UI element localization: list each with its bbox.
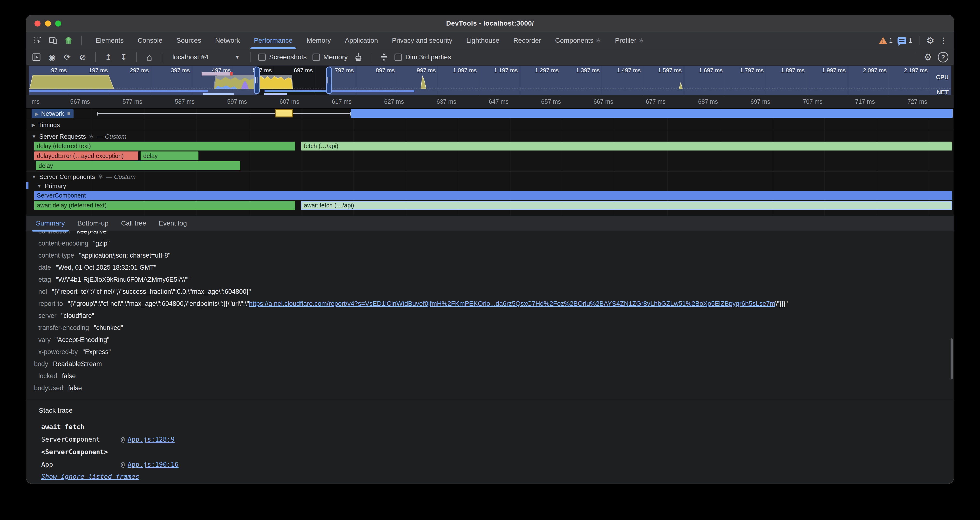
network-request-whisker[interactable] xyxy=(97,113,351,114)
close-button[interactable] xyxy=(35,21,40,27)
flamechart-tracks[interactable]: ▶ Network ▶ Timings ▼ Server Requests ⚛ … xyxy=(26,108,954,216)
network-request-bar[interactable] xyxy=(351,109,953,118)
response-properties: connection"keep-alive"content-encoding"g… xyxy=(26,231,954,394)
flame-row: await delay (deferred text)await fetch (… xyxy=(26,201,954,210)
timings-track[interactable]: ▶ Timings xyxy=(26,119,954,130)
event-bar-green[interactable]: await delay (deferred text) xyxy=(34,201,295,210)
event-bar-greenlight[interactable]: fetch (…/api) xyxy=(301,142,952,151)
property-row: connection"keep-alive" xyxy=(26,231,954,237)
resize-handle[interactable] xyxy=(67,112,70,115)
event-bar-green[interactable]: delay xyxy=(36,161,240,170)
event-bar-red[interactable]: delayedError (…ayed exception) xyxy=(34,151,138,161)
report-to-link[interactable]: https://a.nel.cloudflare.com/report/v4?s… xyxy=(249,300,775,307)
timeline-overview[interactable]: 97 ms197 ms297 ms397 ms497 ms597 ms697 m… xyxy=(29,65,951,95)
tab-application[interactable]: Application xyxy=(338,32,385,49)
property-key: nel xyxy=(38,286,47,297)
primary-subtrack-header[interactable]: ▼ Primary xyxy=(26,182,954,190)
tab-label: Performance xyxy=(254,37,293,45)
event-bar-green[interactable]: delay (deferred text) xyxy=(34,142,295,151)
tab-label: Profiler xyxy=(615,37,636,45)
tab-components[interactable]: Components⚛ xyxy=(548,32,608,49)
network-track-label[interactable]: ▶ Network xyxy=(32,109,73,118)
issues-badge[interactable]: 1 xyxy=(897,37,912,45)
timeline-ruler[interactable]: ms 567 ms577 ms587 ms597 ms607 ms617 ms6… xyxy=(26,95,954,108)
frame-source-link[interactable]: App.js:128:9 xyxy=(127,433,175,446)
property-key: connection xyxy=(38,231,70,237)
property-value: false xyxy=(68,382,82,394)
tab-label: Privacy and security xyxy=(392,37,452,45)
load-profile-icon[interactable]: ↥ xyxy=(103,52,113,62)
tab-sources[interactable]: Sources xyxy=(169,32,208,49)
details-tab-event-log[interactable]: Event log xyxy=(153,216,193,231)
property-row: server"cloudflare" xyxy=(26,310,954,322)
screenshots-checkbox[interactable]: Screenshots xyxy=(258,53,307,61)
clear-icon[interactable]: ⊘ xyxy=(78,52,88,62)
show-ignore-listed-frames-link[interactable]: Show ignore-listed frames xyxy=(41,473,139,480)
tab-elements[interactable]: Elements xyxy=(89,32,131,49)
event-bar-blue[interactable]: ServerComponent xyxy=(34,191,952,200)
scrollbar-thumb[interactable] xyxy=(951,339,953,379)
tab-lighthouse[interactable]: Lighthouse xyxy=(460,32,506,49)
property-value: "cloudflare" xyxy=(61,310,94,322)
property-value: "Accept-Encoding" xyxy=(56,334,109,346)
save-profile-icon[interactable]: ↧ xyxy=(119,52,129,62)
event-bar-sel[interactable]: await fetch (…/api) xyxy=(301,201,952,210)
minimize-button[interactable] xyxy=(45,21,51,27)
gem-extension-icon[interactable] xyxy=(64,36,73,45)
tab-recorder[interactable]: Recorder xyxy=(506,32,548,49)
help-icon[interactable]: ? xyxy=(938,52,948,62)
toggle-sidebar-icon[interactable] xyxy=(32,52,41,62)
tab-label: Application xyxy=(345,37,378,45)
network-track[interactable]: ▶ Network xyxy=(26,109,954,119)
settings-gear-icon[interactable]: ⚙ xyxy=(926,36,934,45)
selection-handle-left[interactable] xyxy=(254,67,260,94)
warning-badge[interactable]: ! 1 xyxy=(879,37,893,45)
device-toolbar-icon[interactable] xyxy=(48,36,57,45)
summary-pane: connection"keep-alive"content-encoding"g… xyxy=(26,231,954,484)
server-components-header[interactable]: ▼ Server Components ⚛ — Custom xyxy=(26,172,954,181)
flame-row: delay (deferred text)fetch (…/api) xyxy=(26,142,954,151)
tab-console[interactable]: Console xyxy=(131,32,170,49)
collapse-arrow-icon: ▼ xyxy=(37,183,42,189)
server-requests-header[interactable]: ▼ Server Requests ⚛ — Custom xyxy=(26,132,954,141)
dim-3rd-parties-checkbox[interactable]: Dim 3rd parties xyxy=(395,53,451,61)
event-bar-green[interactable]: delay xyxy=(141,151,199,161)
frame-source-link[interactable]: App.js:190:16 xyxy=(127,458,178,471)
expand-arrow-icon: ▶ xyxy=(35,111,38,117)
collect-garbage-icon[interactable] xyxy=(353,52,363,62)
property-key: transfer-encoding xyxy=(38,322,89,334)
property-row: content-encoding"gzip" xyxy=(26,237,954,250)
tab-network[interactable]: Network xyxy=(208,32,247,49)
selection-handle-right[interactable] xyxy=(326,67,332,94)
tab-privacy-and-security[interactable]: Privacy and security xyxy=(385,32,460,49)
kebab-menu-icon[interactable]: ⋮ xyxy=(939,37,947,45)
flame-row: delay xyxy=(26,161,954,170)
ruler-tick-label: 597 ms xyxy=(227,98,249,105)
stack-frame: await fetch xyxy=(26,421,954,433)
tab-label: Sources xyxy=(176,37,201,45)
ruler-tick-label: 657 ms xyxy=(541,98,563,105)
shortcuts-dialog-icon[interactable] xyxy=(379,52,389,62)
stack-frame: ServerComponent@App.js:128:9 xyxy=(26,433,954,446)
details-tab-bottom-up[interactable]: Bottom-up xyxy=(71,216,115,231)
zoom-button[interactable] xyxy=(55,21,61,27)
home-icon[interactable]: ⌂ xyxy=(145,52,154,62)
details-tab-call-tree[interactable]: Call tree xyxy=(115,216,153,231)
react-atom-icon: ⚛ xyxy=(98,173,103,180)
record-icon[interactable]: ◉ xyxy=(47,52,57,62)
message-icon xyxy=(897,37,906,44)
property-value: "chunked" xyxy=(94,322,123,334)
tab-memory[interactable]: Memory xyxy=(299,32,338,49)
property-row: date"Wed, 01 Oct 2025 18:32:01 GMT" xyxy=(26,261,954,274)
tab-performance[interactable]: Performance xyxy=(247,32,299,49)
memory-checkbox[interactable]: Memory xyxy=(312,53,348,61)
panel-settings-gear-icon[interactable]: ⚙ xyxy=(924,52,932,62)
reload-record-icon[interactable]: ⟳ xyxy=(62,52,72,62)
inspect-element-icon[interactable] xyxy=(33,36,42,45)
window-title: DevTools - localhost:3000/ xyxy=(446,19,534,27)
network-request-block[interactable] xyxy=(275,109,293,118)
property-key: locked xyxy=(38,370,57,382)
tab-profiler[interactable]: Profiler⚛ xyxy=(608,32,651,49)
details-tab-summary[interactable]: Summary xyxy=(30,216,71,231)
profile-select[interactable]: localhost #4 ▼ xyxy=(170,53,242,61)
